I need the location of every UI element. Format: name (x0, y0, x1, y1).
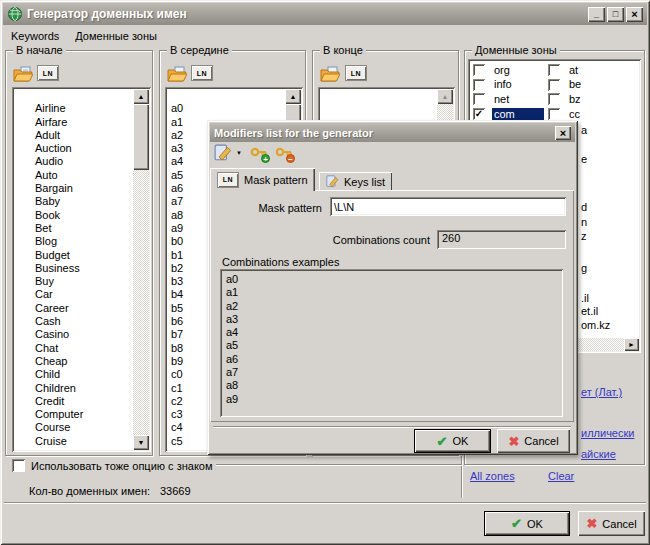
list-item[interactable]: a0 (167, 102, 285, 115)
list-item[interactable]: Book (14, 209, 133, 222)
scroll-right-icon[interactable]: ► (624, 338, 639, 351)
list-item[interactable]: Baby (14, 195, 133, 208)
add-key-icon[interactable]: + (248, 142, 270, 164)
zone-label[interactable]: com (492, 108, 544, 121)
combinations-examples-list[interactable]: a0a1a2a3a4a5a6a7a8a9 (220, 269, 563, 417)
list-item[interactable]: Cruise (14, 435, 133, 448)
list-item[interactable]: Course (14, 421, 133, 434)
zone-label[interactable]: be (567, 78, 619, 91)
list-item[interactable]: a3 (220, 313, 563, 326)
scroll-down-icon[interactable]: ▼ (133, 435, 149, 450)
menu-keywords[interactable]: Keywords (3, 28, 67, 44)
list-item[interactable]: Blog (14, 235, 133, 248)
list-item[interactable]: a0 (220, 273, 563, 286)
scroll-up-icon[interactable]: ▲ (133, 89, 149, 104)
main-cancel-button[interactable]: ✖ Cancel (578, 511, 645, 536)
remove-key-icon[interactable]: − (273, 142, 295, 164)
ln-modifier-button[interactable]: LN (191, 65, 213, 81)
list-item[interactable]: a7 (220, 366, 563, 379)
list-item[interactable]: Buy (14, 275, 133, 288)
zone-item-fragment[interactable]: a (581, 124, 587, 136)
scrollbar[interactable]: ▲ ▼ (133, 89, 149, 450)
zone-label[interactable]: at (567, 64, 619, 77)
zone-label[interactable]: bz (567, 93, 619, 106)
list-item[interactable]: Computer (14, 408, 133, 421)
list-item[interactable]: Auction (14, 142, 133, 155)
dialog-close-icon[interactable]: × (555, 126, 571, 140)
dialog-cancel-button[interactable]: ✖ Cancel (497, 429, 570, 453)
list-item[interactable]: Casino (14, 328, 133, 341)
clear-link[interactable]: Clear (548, 470, 574, 482)
zone-label[interactable]: info (492, 78, 544, 91)
zone-item-fragment[interactable]: et.il (581, 305, 598, 317)
zone-item-fragment[interactable]: d (581, 201, 587, 213)
modifier-document-pen-icon[interactable] (212, 142, 234, 164)
zone-category-link[interactable]: иллически (581, 427, 634, 439)
list-item[interactable]: Cash (14, 315, 133, 328)
scroll-up-icon[interactable]: ▲ (285, 89, 301, 104)
list-item[interactable]: a8 (220, 379, 563, 392)
list-item[interactable]: Chat (14, 342, 133, 355)
minimize-icon[interactable]: _ (588, 7, 605, 22)
open-folder-icon[interactable] (319, 64, 341, 84)
close-icon[interactable]: × (626, 7, 643, 22)
list-item[interactable]: Audio (14, 155, 133, 168)
all-zones-link[interactable]: All zones (470, 470, 515, 482)
list-item[interactable] (14, 89, 133, 102)
list-item[interactable]: Auto (14, 169, 133, 182)
dropdown-arrow-icon[interactable]: ▼ (236, 150, 242, 156)
zone-category-link[interactable]: айские (581, 448, 616, 460)
open-folder-icon[interactable] (166, 64, 188, 84)
scroll-up-icon[interactable]: ▲ (437, 89, 453, 104)
zone-checkbox[interactable] (473, 64, 485, 76)
list-item[interactable]: a4 (220, 326, 563, 339)
list-item[interactable]: Bet (14, 222, 133, 235)
list-item[interactable]: Car (14, 288, 133, 301)
zone-checkbox[interactable] (548, 64, 560, 76)
zone-item-fragment[interactable]: z (581, 230, 587, 242)
zone-item-fragment[interactable]: .il (581, 292, 589, 304)
list-item[interactable]: a2 (220, 300, 563, 313)
zone-checkbox[interactable] (548, 93, 560, 105)
list-item[interactable] (167, 89, 285, 102)
list-item[interactable]: Credit (14, 395, 133, 408)
list-item[interactable]: Airline (14, 102, 133, 115)
ln-modifier-button[interactable]: LN (345, 65, 367, 81)
zone-label[interactable]: net (492, 93, 544, 106)
zone-label[interactable]: cc (567, 108, 619, 121)
mask-pattern-input[interactable] (330, 197, 566, 216)
zone-checkbox[interactable] (548, 79, 560, 91)
maximize-icon[interactable]: □ (607, 7, 624, 22)
keywords-begin-list[interactable]: AirlineAirfareAdultAuctionAudioAutoBarga… (12, 87, 151, 452)
list-item[interactable]: a6 (220, 353, 563, 366)
list-item[interactable]: a5 (220, 339, 563, 352)
zone-item-fragment[interactable]: om.kz (581, 319, 610, 331)
list-item[interactable]: Child (14, 368, 133, 381)
menu-domain-zones[interactable]: Доменные зоны (67, 28, 165, 44)
tab-keys-list[interactable]: Keys list (319, 172, 392, 191)
list-item[interactable]: Cheap (14, 355, 133, 368)
ln-modifier-button[interactable]: LN (37, 65, 59, 81)
zone-checkbox[interactable] (473, 79, 485, 91)
zone-item-fragment[interactable]: n (581, 216, 587, 228)
list-item[interactable]: a1 (220, 286, 563, 299)
zone-checkbox[interactable] (473, 93, 485, 105)
zone-label[interactable]: org (492, 64, 544, 77)
list-item[interactable]: Budget (14, 249, 133, 262)
zone-item-fragment[interactable]: g (581, 262, 587, 274)
tab-mask-pattern[interactable]: LN Mask pattern (210, 168, 315, 191)
list-item[interactable]: Children (14, 382, 133, 395)
zone-checkbox[interactable]: ✓ (473, 108, 485, 120)
main-ok-button[interactable]: ✔ OK (484, 511, 570, 536)
scrollbar-thumb[interactable] (133, 104, 149, 170)
zone-category-link[interactable]: ет (Лат.) (581, 386, 622, 398)
list-item[interactable]: a9 (220, 393, 563, 406)
list-item[interactable]: Career (14, 302, 133, 315)
dialog-ok-button[interactable]: ✔ OK (414, 429, 491, 453)
list-item[interactable]: Bargain (14, 182, 133, 195)
zone-item-fragment[interactable]: e (581, 153, 587, 165)
use-option-checkbox[interactable] (12, 459, 25, 472)
zone-checkbox[interactable] (548, 108, 560, 120)
list-item[interactable]: Business (14, 262, 133, 275)
open-folder-icon[interactable] (12, 64, 34, 84)
